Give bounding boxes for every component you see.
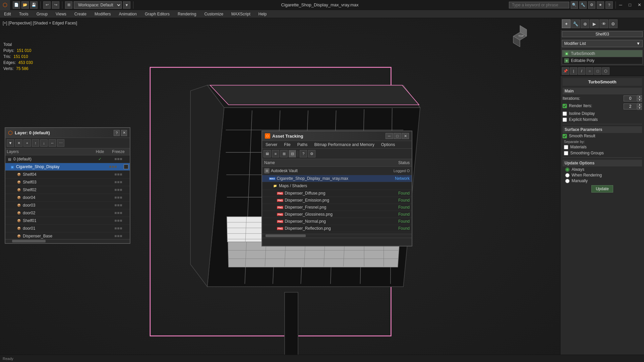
minimize-btn[interactable]: ─ xyxy=(616,0,625,10)
layer-item-shelf04[interactable]: 📦 Shelf04 xyxy=(5,171,130,178)
tools-btn[interactable]: 🔧 xyxy=(579,1,587,9)
undo-btn[interactable]: ↩ xyxy=(43,1,51,9)
nav-cube[interactable]: TOP xyxy=(507,23,533,50)
menu-customize[interactable]: Customize xyxy=(200,10,227,18)
layer-item-door03[interactable]: 📦 door03 xyxy=(5,202,130,209)
sub-object-edge-btn[interactable]: / xyxy=(578,67,585,75)
menu-tools[interactable]: Tools xyxy=(15,10,33,18)
layer-tb-more-btn[interactable]: ⋯ xyxy=(57,139,64,147)
asset-menu-bitmap-perf[interactable]: Bitmap Performance and Memory xyxy=(311,141,377,148)
asset-tb-help-btn[interactable]: ? xyxy=(300,150,307,157)
render-iters-input[interactable]: 2 xyxy=(624,103,637,110)
layer-item-cigarette-shop[interactable]: ▣ Cigarette_Shop_Display xyxy=(5,163,130,171)
settings-btn[interactable]: ⚙ xyxy=(588,1,595,9)
smooth-result-checkbox[interactable] xyxy=(563,134,567,138)
layer-tb-expand-btn[interactable]: ▼ xyxy=(7,139,14,147)
always-radio[interactable] xyxy=(565,167,570,172)
asset-row-fresnel[interactable]: PNG Dispenser_Fresnel.png Found xyxy=(262,204,412,211)
layer-scrollbar[interactable] xyxy=(5,239,130,243)
asset-tb-settings-btn[interactable]: ⚙ xyxy=(308,150,315,157)
asset-tb-details-btn[interactable]: ⊟ xyxy=(289,150,296,157)
workspace-expand-btn[interactable]: ▼ xyxy=(123,1,130,9)
asset-panel-minimize-btn[interactable]: ─ xyxy=(386,133,393,139)
asset-panel-close-btn[interactable]: ✕ xyxy=(402,133,409,139)
menu-rendering[interactable]: Rendering xyxy=(174,10,200,18)
modifier-editable-poly[interactable]: ◈ Editable Poly xyxy=(562,57,642,64)
redo-btn[interactable]: ↪ xyxy=(52,1,59,9)
asset-scrollbar[interactable] xyxy=(262,234,412,238)
asset-row-max-file[interactable]: MAX Cigarette_Shop_Display_max_vray.max … xyxy=(262,175,412,182)
menu-graph-editors[interactable]: Graph Editors xyxy=(141,10,174,18)
sub-object-border-btn[interactable]: ○ xyxy=(586,67,593,75)
layer-panel-help-btn[interactable]: ? xyxy=(114,130,120,136)
search-btn[interactable]: 🔍 xyxy=(571,1,578,9)
open-btn[interactable]: 📂 xyxy=(21,1,29,9)
isoline-checkbox[interactable] xyxy=(563,112,567,116)
maximize-btn[interactable]: □ xyxy=(625,0,635,10)
sub-object-poly-btn[interactable]: □ xyxy=(594,67,601,75)
menu-create[interactable]: Create xyxy=(70,10,91,18)
workspace-dropdown[interactable]: Workspace: Default xyxy=(74,1,122,9)
object-name-input[interactable]: Shelf03 xyxy=(562,31,643,37)
layer-item-shelf03[interactable]: 📦 Shelf03 xyxy=(5,178,130,186)
when-rendering-radio[interactable] xyxy=(565,173,570,177)
asset-row-diffuse[interactable]: PNG Dispenser_Diffuse.png Found xyxy=(262,190,412,197)
save-btn[interactable]: 💾 xyxy=(30,1,38,9)
asset-row-glossiness[interactable]: PNG Dispenser_Glossiness.png Found xyxy=(262,211,412,218)
asset-panel-maximize-btn[interactable]: □ xyxy=(394,133,401,139)
search-input[interactable] xyxy=(509,2,569,8)
layer-item-shelf01[interactable]: 📦 Shelf01 xyxy=(5,217,130,225)
explicit-normals-checkbox[interactable] xyxy=(563,118,567,122)
asset-menu-paths[interactable]: Paths xyxy=(294,141,311,148)
asset-row-normal[interactable]: PNG Dispenser_Normal.png Found xyxy=(262,218,412,225)
iterations-down-btn[interactable]: ▼ xyxy=(637,98,642,102)
layer-item-shelf02[interactable]: 📦 Shelf02 xyxy=(5,186,130,194)
iterations-up-btn[interactable]: ▲ xyxy=(637,95,642,98)
menu-maxscript[interactable]: MAXScript xyxy=(227,10,254,18)
layer-item-dispenser-base[interactable]: 📦 Dispenser_Base xyxy=(5,232,130,239)
modifier-list-dropdown[interactable]: Modifier List ▼ xyxy=(562,40,643,47)
update-button[interactable]: Update xyxy=(591,185,613,193)
display-tab-btn[interactable]: 👁 xyxy=(599,19,608,28)
asset-row-reflection[interactable]: PNG Dispenser_Reflection.png Found xyxy=(262,225,412,232)
new-btn[interactable]: 📄 xyxy=(13,1,20,9)
layer-item-door01[interactable]: 📦 door01 xyxy=(5,225,130,232)
asset-scrollbar-thumb[interactable] xyxy=(266,234,306,237)
render-iters-up-btn[interactable]: ▲ xyxy=(637,103,642,106)
manually-radio[interactable] xyxy=(565,179,570,183)
close-btn[interactable]: ✕ xyxy=(635,0,644,10)
iterations-input[interactable]: 0 xyxy=(624,95,637,101)
menu-views[interactable]: Views xyxy=(52,10,70,18)
help-btn[interactable]: ? xyxy=(605,1,613,9)
layer-tb-move-up-btn[interactable]: ↑ xyxy=(32,139,39,147)
asset-row-emission[interactable]: PNG Dispenser_Emission.png Found xyxy=(262,197,412,204)
render-iters-checkbox[interactable] xyxy=(563,104,567,108)
materials-checkbox[interactable] xyxy=(564,145,568,149)
motion-tab-btn[interactable]: ▶ xyxy=(590,19,599,28)
sub-object-vert-btn[interactable]: | xyxy=(570,67,577,75)
asset-tb-list-btn[interactable]: ≡ xyxy=(272,150,279,157)
modify-tab-btn[interactable]: 🔧 xyxy=(571,19,580,28)
asset-menu-file[interactable]: File xyxy=(281,141,294,148)
layer-tb-move-down-btn[interactable]: ↓ xyxy=(40,139,48,147)
layer-panel-close-btn[interactable]: ✕ xyxy=(121,130,127,136)
asset-tb-grid-btn[interactable]: ⊞ xyxy=(280,150,288,157)
layer-scrollbar-thumb[interactable] xyxy=(12,240,46,242)
asset-menu-server[interactable]: Server xyxy=(262,141,281,148)
menu-modifiers[interactable]: Modifiers xyxy=(91,10,115,18)
menu-animation[interactable]: Animation xyxy=(115,10,141,18)
layer-tb-link-btn[interactable]: ↔ xyxy=(49,139,56,147)
create-tab-btn[interactable]: ✦ xyxy=(562,19,571,28)
layer-tb-delete-btn[interactable]: ✕ xyxy=(15,139,22,147)
smoothing-groups-checkbox[interactable] xyxy=(564,151,568,155)
menu-help[interactable]: Help xyxy=(254,10,271,18)
pin-stack-btn[interactable]: 📌 xyxy=(562,67,569,75)
asset-group-vault[interactable]: 🏛 Autodesk Vault Logged O xyxy=(262,167,412,175)
hierarchy-tab-btn[interactable]: ⊕ xyxy=(581,19,589,28)
menu-group[interactable]: Group xyxy=(33,10,52,18)
sub-object-element-btn[interactable]: ⬡ xyxy=(602,67,609,75)
layer-item-door02[interactable]: 📦 door02 xyxy=(5,209,130,217)
layer-tb-add-btn[interactable]: + xyxy=(23,139,31,147)
layer-item-door04[interactable]: 📦 door04 xyxy=(5,194,130,202)
viewport-layout-btn[interactable]: ⊞ xyxy=(65,1,72,9)
